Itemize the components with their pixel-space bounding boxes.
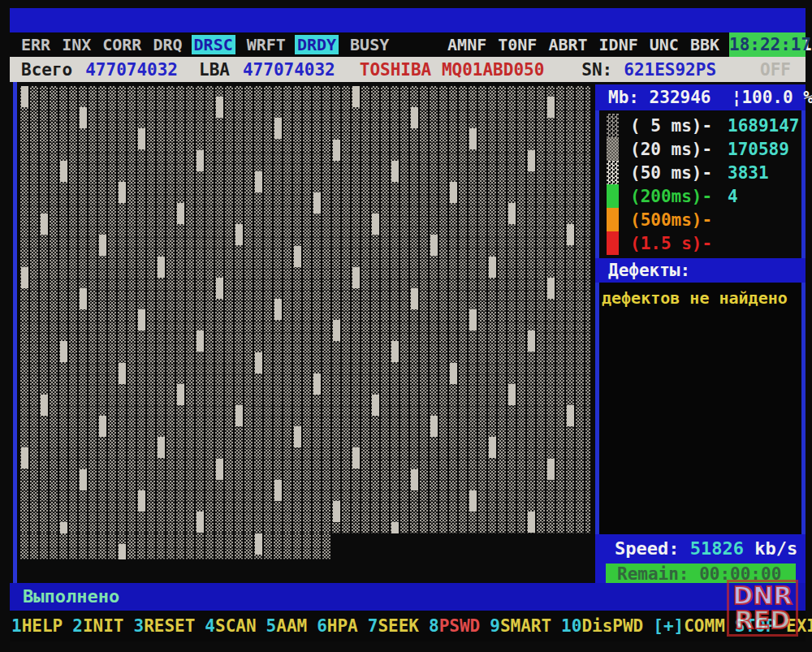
fkey-4scan[interactable]: 4SCAN xyxy=(205,616,256,636)
scan-block xyxy=(216,97,223,118)
scan-block xyxy=(80,288,87,309)
scan-block xyxy=(469,128,477,149)
speed-unit: kb/s xyxy=(754,538,797,559)
fkey-label: INIT xyxy=(83,616,124,636)
progress-header: Mb: 232946 ¦100.0 % xyxy=(595,84,806,110)
scan-block xyxy=(99,235,106,256)
register-status-bar: ERRINXCORRDRQDRSCWRFTDRDYBUSY AMNFT0NFAB… xyxy=(10,32,806,57)
clock: 18:22:17 xyxy=(729,32,806,57)
scan-block xyxy=(333,320,340,341)
legend-label: (1.5 s)- xyxy=(630,234,721,253)
legend-row: (200ms)-4 xyxy=(625,184,801,208)
fkey-number: 7 xyxy=(368,616,378,636)
scan-block xyxy=(508,203,516,224)
scan-block xyxy=(430,416,438,437)
total-value: 477074032 xyxy=(85,60,178,80)
legend-value: 4 xyxy=(728,187,738,206)
scan-block xyxy=(547,459,555,480)
error-flag-idnf: IDNF xyxy=(599,35,638,54)
legend-swatch-3 xyxy=(607,184,619,208)
status-flag-wrft: WRFT xyxy=(247,35,286,54)
legend-label: (500ms)- xyxy=(630,210,721,230)
timing-legend: ( 5 ms)-1689147(20 ms)-170589(50 ms)-383… xyxy=(599,110,801,258)
defects-list-box: дефектов не найдено xyxy=(595,283,806,534)
legend-rows: ( 5 ms)-1689147(20 ms)-170589(50 ms)-383… xyxy=(625,114,801,255)
legend-swatch-column xyxy=(607,114,619,255)
operation-status-bar: Выполнено xyxy=(10,583,806,611)
scan-block xyxy=(216,459,223,480)
fkey-comm[interactable]: [+]COMM xyxy=(653,616,725,636)
scan-block xyxy=(274,118,282,139)
fkey-6hpa[interactable]: 6HPA xyxy=(317,616,358,636)
legend-swatch-4 xyxy=(607,208,619,231)
fkey-2init[interactable]: 2INIT xyxy=(72,616,123,636)
fkey-number: 4 xyxy=(205,616,215,636)
scan-block xyxy=(60,341,67,362)
scan-block xyxy=(528,330,535,352)
scan-block xyxy=(567,224,574,245)
scan-block xyxy=(508,384,516,405)
fkey-number: 2 xyxy=(72,616,83,636)
fkey-10dispwd[interactable]: 10DisPWD xyxy=(561,616,643,636)
legend-swatch-1 xyxy=(607,137,619,161)
fkey-label: SMART xyxy=(500,616,551,636)
scan-block xyxy=(119,182,126,203)
legend-row: (500ms)- xyxy=(625,208,801,231)
scan-block xyxy=(489,437,496,458)
scan-block-grid xyxy=(20,86,590,533)
fkey-7seek[interactable]: 7SEEK xyxy=(368,616,419,636)
fkey-label: PSWD xyxy=(439,616,481,636)
scan-block xyxy=(41,214,48,235)
scan-block xyxy=(197,330,204,352)
scan-block xyxy=(313,373,321,395)
scan-block xyxy=(138,309,145,330)
fkey-number: 9 xyxy=(490,616,500,636)
scan-block xyxy=(255,533,262,555)
scan-block xyxy=(391,161,399,182)
fkey-1help[interactable]: 1HELP xyxy=(11,616,63,636)
scan-block xyxy=(528,512,535,533)
legend-value: 3831 xyxy=(728,163,769,183)
fkey-label: SCAN xyxy=(215,616,257,636)
legend-row: (50 ms)-3831 xyxy=(625,161,801,184)
scan-block xyxy=(352,267,360,288)
error-flag-t0nf: T0NF xyxy=(498,35,537,54)
fkey-8pswd[interactable]: 8PSWD xyxy=(429,616,480,636)
legend-label: (50 ms)- xyxy=(630,163,721,183)
drive-model: TOSHIBA MQ01ABD050 xyxy=(360,60,545,80)
defects-header-label: Дефекты: xyxy=(608,261,690,280)
operation-status-text: Выполнено xyxy=(23,586,119,607)
error-flag-abrt: ABRT xyxy=(548,35,587,54)
fkey-number: 8 xyxy=(429,616,439,636)
fkey-label: AAM xyxy=(276,616,307,636)
error-register-flags: AMNFT0NFABRTIDNFUNCBBK xyxy=(436,35,719,54)
scan-block xyxy=(567,405,574,426)
scan-block xyxy=(352,86,360,107)
scan-block xyxy=(372,395,379,416)
scan-block xyxy=(255,171,262,192)
scan-block xyxy=(528,150,535,171)
error-flag-unc: UNC xyxy=(650,35,679,54)
fkey-3reset[interactable]: 3RESET xyxy=(133,616,195,636)
status-flag-drq: DRQ xyxy=(153,35,182,54)
speed-value: 51826 xyxy=(690,538,744,559)
scan-block xyxy=(274,480,282,501)
fkey-label: SEEK xyxy=(378,616,419,636)
scan-block xyxy=(177,203,184,224)
scan-block xyxy=(411,469,418,490)
scan-block xyxy=(119,544,126,559)
scan-block xyxy=(547,97,555,118)
fkey-5aam[interactable]: 5AAM xyxy=(266,616,308,636)
legend-label: (20 ms)- xyxy=(630,140,721,159)
scan-block xyxy=(489,257,496,278)
percent-value: ¦100.0 % xyxy=(732,88,812,107)
speed-line: Speed: 51826 kb/s xyxy=(615,538,806,559)
fkey-9smart[interactable]: 9SMART xyxy=(490,616,551,636)
scan-block xyxy=(138,128,145,149)
error-flag-amnf: AMNF xyxy=(447,35,486,54)
fkey-label: HELP xyxy=(22,616,63,636)
scan-block xyxy=(80,469,87,490)
scan-block xyxy=(333,140,340,161)
scan-area-left-border xyxy=(13,82,17,584)
serial-label: SN: xyxy=(581,60,612,80)
